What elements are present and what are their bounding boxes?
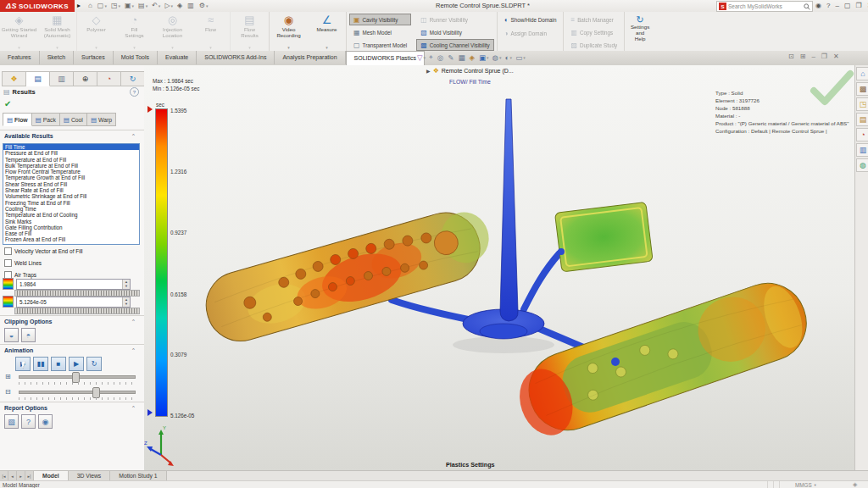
tab-features[interactable]: Features [0, 51, 40, 64]
units-dropdown[interactable]: MMGS ▾ [795, 482, 816, 488]
graphics-viewport[interactable]: Y Z ▶ ❖ Remote Control Sprue (D... FLOW/… [144, 65, 854, 471]
tab-surfaces[interactable]: Surfaces [74, 51, 114, 64]
duplicate-study-button[interactable]: ▨ Duplicate Study [566, 39, 621, 51]
appearance-icon[interactable]: ◈ [469, 53, 476, 62]
runner-visibility-toggle[interactable]: ◫ Runner Visibility [416, 14, 494, 25]
feature-tree-breadcrumb[interactable]: ▶ ❖ Remote Control Sprue (D... [426, 67, 514, 75]
taskpane-design-library-icon[interactable]: ◳ [856, 97, 868, 111]
undo-icon[interactable]: ↶▾ [152, 1, 160, 11]
solid-mesh-button[interactable]: ▦ Solid Mesh (Automatic) ▾ [38, 12, 76, 51]
tab-solidworks-plastics[interactable]: SOLIDWORKS Plastics [346, 51, 426, 65]
zoom-area-icon[interactable]: ◎ [437, 53, 444, 62]
taskpane-appearances-icon[interactable]: ◔ [856, 128, 868, 141]
result-list-item[interactable]: Frozen Area at End of Fill [3, 236, 139, 242]
speed-slider[interactable]: ⊟ [19, 387, 136, 397]
pm-tab-configurations[interactable]: ⊕ [74, 71, 97, 86]
collapse-icon[interactable]: ^ [132, 133, 135, 138]
frames-slider[interactable]: ⊞ [19, 372, 136, 382]
result-list-item[interactable]: Temperature at End of Fill [3, 157, 139, 163]
taskpane-home-icon[interactable]: ⌂ [856, 67, 868, 80]
flow-button[interactable]: ≈ Flow ▾ [192, 12, 230, 51]
pm-tab-plastics-study[interactable]: ↻ [121, 71, 145, 86]
doc-minimize-icon[interactable]: – [811, 53, 815, 60]
print-icon[interactable]: ▤▾ [138, 1, 147, 11]
spinner-arrows[interactable]: ▲▼ [122, 297, 130, 307]
new-document-icon[interactable]: ▢▾ [97, 1, 107, 11]
tab-sketch[interactable]: Sketch [40, 51, 74, 64]
legend-min-marker[interactable] [147, 409, 153, 416]
tab-warp[interactable]: ▤ Warp [87, 113, 116, 126]
copy-settings-button[interactable]: ▥ Copy Settings [566, 26, 621, 38]
taskpane-custom-properties-icon[interactable]: ▥ [856, 143, 868, 157]
result-list-item[interactable]: Temperature Growth at End of Fill [3, 175, 139, 180]
panel-help-icon[interactable]: ? [130, 87, 139, 97]
result-list-item[interactable]: Ease of Fill [3, 230, 139, 236]
help-icon[interactable]: ? [826, 1, 830, 11]
clipping-plane-1-button[interactable]: ◒ [4, 328, 19, 342]
result-list-item[interactable]: Pressure at End of Fill [3, 150, 139, 156]
pm-tab-manager[interactable]: ▤ [26, 71, 50, 86]
cavity-visibility-toggle[interactable]: ▣ Cavity Visibility [349, 14, 411, 25]
result-list-item[interactable]: Sink Marks [3, 219, 139, 225]
tab-mold-tools[interactable]: Mold Tools [114, 51, 158, 64]
filter-icon[interactable]: ▽▾ [417, 53, 426, 62]
tag-icon[interactable]: ◈ [853, 481, 857, 488]
report-export-button[interactable]: ◉ [38, 414, 53, 429]
ok-check-icon[interactable]: ✔ [4, 99, 11, 108]
result-list-item[interactable]: Freezing Time at End of Fill [3, 200, 139, 206]
velocity-vector-checkbox[interactable]: Velocity Vector at End of Fill [4, 247, 83, 255]
spinner-value-field[interactable]: 1.9864 ▲▼ [16, 279, 131, 290]
collapse-icon[interactable]: ^ [132, 405, 135, 410]
checkbox[interactable] [4, 247, 12, 255]
fill-settings-button[interactable]: ◔ Fill Settings ▾ [115, 12, 153, 51]
result-list-item[interactable]: Shear Rate at End of Fill [3, 187, 139, 193]
doc-next-icon[interactable]: ⊞ [800, 53, 806, 60]
play-once-button[interactable]: ▶ [69, 357, 84, 371]
result-list-item[interactable]: Volumetric Shrinkage at End of Fill [3, 193, 139, 199]
max-range-slider[interactable] [14, 290, 140, 297]
list-icon[interactable]: ▥ [187, 1, 195, 11]
loop-button[interactable]: ↻ [86, 357, 102, 371]
pause-button[interactable]: ▮▮ [33, 357, 48, 371]
getting-started-wizard-button[interactable]: ◈ Getting Started Wizard ▾ [0, 12, 38, 51]
result-list-item[interactable]: Shear Stress at End of Fill [3, 181, 139, 187]
hide-show-icon[interactable]: ◐▾ [504, 53, 512, 62]
doc-close-icon[interactable]: ✕ [833, 53, 839, 60]
tab-analysis-preparation[interactable]: Analysis Preparation [275, 51, 345, 64]
injection-location-button[interactable]: ◎ Injection Location ▾ [153, 12, 192, 51]
result-list-item[interactable]: Bulk Temperature at End of Fill [3, 163, 139, 169]
settings-and-help-button[interactable]: ↻ Settings and Help [624, 12, 655, 51]
attach-icon[interactable]: ◈ [177, 1, 183, 11]
spinner-value-field[interactable]: 5.1264e-05 ▲▼ [16, 297, 131, 308]
stop-button[interactable]: ■ [51, 357, 66, 371]
options-gear-icon[interactable]: ⚙▾ [199, 1, 209, 11]
result-list-item[interactable]: Flow Front Central Temperature [3, 169, 139, 175]
result-list-item[interactable]: Gate Filling Contribution [3, 225, 139, 230]
zoom-icon[interactable]: ⌖ [429, 53, 434, 62]
result-list-item[interactable]: Fill Time [3, 144, 139, 150]
tab-pack[interactable]: ▤ Pack [32, 113, 60, 126]
home-icon[interactable]: ⌂ [88, 1, 93, 11]
taskpane-forum-icon[interactable]: ◍ [856, 158, 868, 172]
report-chart-button[interactable]: ▧ [4, 414, 19, 429]
tab-flow[interactable]: ▤ Flow [3, 113, 32, 126]
open-icon[interactable]: ◳▾ [111, 1, 120, 11]
result-list-item[interactable]: Cooling Time [3, 206, 139, 212]
tab-evaluate[interactable]: Evaluate [158, 51, 197, 64]
menu-expand-arrow-icon[interactable]: ▸ [77, 2, 81, 9]
display-style-icon[interactable]: ◍▾ [492, 53, 502, 62]
collapse-icon[interactable]: ^ [132, 319, 135, 324]
checkbox[interactable] [4, 259, 12, 267]
spinner-arrows[interactable]: ▲▼ [122, 280, 130, 289]
tab-solidworks-add-ins[interactable]: SOLIDWORKS Add-Ins [197, 51, 275, 64]
section-view-icon[interactable]: ▦ [458, 53, 465, 62]
pm-tab-appearances[interactable]: ◔ [97, 71, 121, 86]
transparent-model-toggle[interactable]: ▢ Transparent Model [349, 39, 411, 51]
polymer-button[interactable]: ◇ Polymer ▾ [76, 12, 115, 51]
clipping-plane-2-button[interactable]: ◓ [21, 328, 36, 342]
mesh-model-toggle[interactable]: ▦ Mesh Model [349, 26, 411, 38]
measure-button[interactable]: ∠ Measure ▾ [308, 12, 346, 51]
view-orientation-icon[interactable]: ▣▾ [479, 53, 489, 62]
select-icon[interactable]: ▷▾ [164, 1, 173, 11]
cooling-channel-visibility-toggle[interactable]: ▩ Cooling Channel Visibility [416, 39, 494, 51]
